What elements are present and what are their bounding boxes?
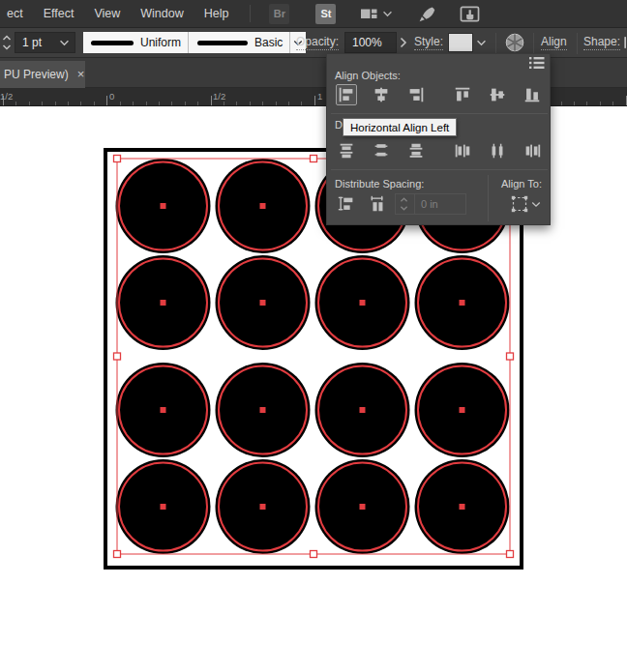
control-divider — [533, 33, 534, 54]
spacing-value: 0 in — [414, 194, 438, 214]
selection-handle[interactable] — [114, 551, 121, 558]
shape-label[interactable]: Shape: — [583, 36, 620, 50]
workspace-switcher-icon[interactable] — [360, 5, 393, 22]
circle-center-dot — [460, 407, 465, 413]
vertical-distribute-bottom-button[interactable] — [405, 140, 427, 161]
circle-center-dot — [260, 407, 266, 413]
circle-center-dot — [360, 407, 366, 413]
selection-handle[interactable] — [114, 353, 121, 360]
horizontal-distribute-center-button[interactable] — [487, 140, 508, 161]
ruler-label: 0 — [109, 91, 114, 102]
document-tab[interactable]: PU Preview) × — [0, 61, 85, 88]
panel-divider — [331, 169, 548, 170]
control-divider — [495, 33, 496, 54]
chevron-down-icon — [531, 201, 541, 208]
menu-items: ectEffectViewWindowHelp — [2, 7, 233, 20]
spacing-stepper-icon[interactable] — [400, 196, 408, 212]
menu-item-help[interactable]: Help — [199, 7, 234, 20]
circle-center-dot — [161, 407, 166, 413]
align-to-button[interactable] — [509, 193, 546, 215]
menubar-divider — [250, 5, 251, 22]
menu-item-window[interactable]: Window — [135, 7, 188, 20]
menu-bar: ectEffectViewWindowHelp Br St — [0, 0, 627, 27]
horizontal-align-right-button[interactable] — [405, 84, 427, 105]
bridge-icon[interactable]: Br — [269, 4, 289, 24]
distribute-spacing-label: Distribute Spacing: — [335, 178, 424, 190]
circle-center-dot — [161, 300, 166, 306]
menu-item-effect[interactable]: Effect — [39, 7, 79, 20]
selection-handle[interactable] — [114, 156, 121, 162]
align-panel: Align Objects: Distribute Objects: Distr… — [326, 53, 551, 225]
vertical-distribute-space-button[interactable] — [336, 193, 357, 215]
document-tab-title: PU Preview) — [4, 68, 69, 81]
vertical-align-center-button[interactable] — [487, 84, 508, 105]
circle-center-dot — [260, 300, 266, 306]
panel-divider — [488, 175, 489, 221]
brush-definition-dropdown[interactable]: Basic — [190, 32, 306, 53]
stroke-weight-field[interactable]: 1 pt — [15, 32, 75, 53]
circle-center-dot — [260, 504, 266, 510]
horizontal-distribute-space-button[interactable] — [367, 193, 388, 215]
spacing-value-field[interactable]: 0 in — [395, 193, 466, 215]
style-label[interactable]: Style: — [414, 36, 443, 50]
style-swatch[interactable] — [448, 33, 473, 52]
circle-center-dot — [460, 300, 465, 306]
menu-item-view[interactable]: View — [89, 7, 125, 20]
circle-center-dot — [161, 203, 166, 209]
opacity-value: 100% — [352, 36, 382, 49]
circle-center-dot — [460, 504, 465, 510]
vertical-align-top-button[interactable] — [452, 84, 473, 105]
illustrator-window: ectEffectViewWindowHelp Br St 1 pt — [0, 0, 627, 672]
share-rocket-icon[interactable] — [417, 5, 435, 23]
ruler-label: 1 — [317, 91, 322, 102]
chevron-down-icon — [59, 40, 70, 46]
chevron-down-icon — [382, 11, 393, 17]
stock-icon[interactable]: St — [315, 4, 336, 24]
close-tab-icon[interactable]: × — [77, 70, 85, 79]
selection-handle[interactable] — [507, 353, 514, 360]
stroke-weight-value: 1 pt — [22, 36, 42, 49]
align-link[interactable]: Align — [541, 36, 567, 50]
align-to-label: Align To: — [501, 178, 542, 190]
tooltip: Horizontal Align Left — [343, 118, 457, 136]
circle-center-dot — [161, 504, 166, 510]
align-to-artboard-icon — [509, 193, 530, 215]
stroke-profile-preview — [91, 41, 134, 45]
stroke-profile-dropdown[interactable]: Uniform — [83, 32, 204, 53]
menu-item-ect[interactable]: ect — [2, 7, 28, 20]
selection-handle[interactable] — [311, 551, 317, 558]
ruler-label: 1/2 — [0, 91, 13, 102]
circle-center-dot — [260, 203, 266, 209]
vertical-align-bottom-button[interactable] — [522, 84, 543, 105]
brush-value: Basic — [254, 36, 283, 49]
vertical-distribute-top-button[interactable] — [336, 140, 357, 161]
selection-handle[interactable] — [311, 156, 317, 162]
selection-handle[interactable] — [507, 551, 514, 558]
align-objects-label: Align Objects: — [335, 70, 401, 81]
stroke-profile-value: Uniform — [140, 36, 181, 49]
brush-preview — [197, 41, 248, 45]
opacity-label[interactable]: Opacity: — [296, 36, 339, 50]
vertical-distribute-center-button[interactable] — [371, 140, 392, 161]
control-divider — [577, 33, 578, 54]
horizontal-distribute-right-button[interactable] — [522, 140, 543, 161]
stroke-weight-stepper[interactable] — [2, 28, 12, 57]
circle-center-dot — [360, 300, 366, 306]
horizontal-align-left-button[interactable] — [336, 84, 357, 105]
horizontal-distribute-left-button[interactable] — [452, 140, 473, 161]
opacity-field[interactable]: 100% — [344, 32, 397, 53]
shape-mode-icon[interactable] — [623, 28, 627, 57]
circle-center-dot — [360, 504, 366, 510]
panel-divider — [331, 113, 548, 114]
touch-workspace-icon[interactable] — [460, 5, 480, 23]
ruler-label: 1/2 — [213, 91, 225, 102]
panel-menu-icon[interactable] — [528, 56, 546, 69]
horizontal-align-center-button[interactable] — [371, 84, 392, 105]
